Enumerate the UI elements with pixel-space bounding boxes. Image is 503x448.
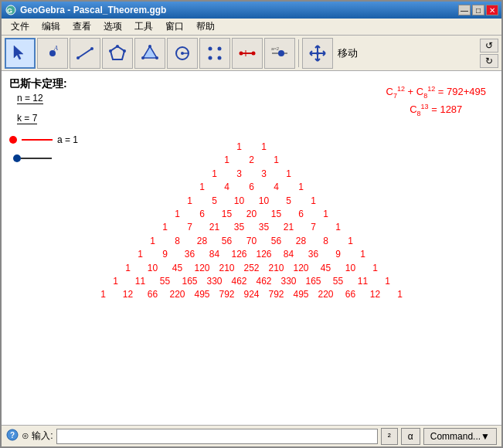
triangle-cell: 84: [202, 248, 227, 261]
triangle-cell: 66: [338, 288, 363, 301]
triangle-cell: 2: [240, 154, 264, 167]
app-icon: G: [5, 4, 17, 16]
tool-triangle[interactable]: [134, 38, 165, 69]
triangle-cell: 252: [240, 262, 264, 275]
tool-move-view[interactable]: [302, 38, 333, 69]
svg-point-9: [116, 45, 119, 48]
pascal-title: 巴斯卡定理:: [9, 77, 67, 91]
triangle-cell: 55: [326, 275, 351, 288]
triangle-cell: 1: [128, 248, 153, 261]
tool-points[interactable]: [199, 38, 230, 69]
triangle-cell: 15: [264, 208, 289, 221]
help-icon: ?: [6, 429, 19, 443]
menu-tools[interactable]: 工具: [128, 19, 159, 35]
triangle-cell: 7: [301, 221, 326, 234]
svg-point-13: [148, 45, 151, 48]
triangle-cell: 10: [338, 262, 363, 275]
redo-button[interactable]: ↻: [480, 54, 498, 68]
triangle-cell: 11: [351, 275, 376, 288]
svg-marker-12: [143, 46, 157, 58]
svg-text:a=2: a=2: [271, 46, 280, 51]
menubar: 文件 编辑 查看 选项 工具 窗口 帮助: [2, 19, 501, 36]
triangle-row: 1126622049579292479249522066121: [2, 288, 501, 301]
triangle-cell: 1: [351, 248, 376, 261]
pascal-triangle: 1112113311464115101051161520156117213535…: [2, 141, 501, 302]
tool-line[interactable]: [70, 38, 100, 69]
command-label: Command...: [430, 431, 481, 442]
triangle-cell: 10: [252, 195, 277, 208]
alpha-button[interactable]: α: [401, 428, 420, 445]
triangle-cell: 10: [227, 195, 252, 208]
triangle-cell: 1: [289, 181, 314, 194]
triangle-row: 14641: [2, 181, 501, 194]
triangle-cell: 924: [240, 288, 264, 301]
triangle-cell: 120: [289, 262, 314, 275]
superscript-button[interactable]: ²: [381, 428, 398, 445]
triangle-cell: 1: [178, 195, 202, 208]
menu-help[interactable]: 帮助: [190, 19, 221, 35]
triangle-cell: 165: [178, 275, 202, 288]
formula-line1: C712 + C812 = 792+495: [386, 85, 486, 100]
menu-options[interactable]: 选项: [97, 19, 128, 35]
triangle-cell: 4: [264, 181, 289, 194]
triangle-cell: 4: [215, 181, 240, 194]
triangle-cell: 12: [363, 288, 388, 301]
tool-polygon[interactable]: [102, 38, 133, 69]
triangle-cell: 1: [326, 221, 351, 234]
triangle-cell: 12: [116, 288, 141, 301]
triangle-cell: 9: [153, 248, 178, 261]
close-button[interactable]: ✕: [486, 5, 498, 15]
triangle-cell: 1: [376, 275, 400, 288]
canvas[interactable]: 巴斯卡定理: n = 12 k = 7 a = 1: [2, 71, 501, 425]
main-area: 巴斯卡定理: n = 12 k = 7 a = 1: [2, 71, 501, 425]
tool-slider[interactable]: a=2: [264, 38, 295, 69]
menu-view[interactable]: 查看: [66, 19, 97, 35]
triangle-cell: 1: [202, 168, 227, 181]
command-dropdown[interactable]: Command... ▼: [423, 428, 497, 445]
tool-select[interactable]: [5, 38, 36, 69]
menu-window[interactable]: 窗口: [159, 19, 190, 35]
tool-point[interactable]: A: [37, 38, 68, 69]
tool-circle[interactable]: [167, 38, 198, 69]
menu-edit[interactable]: 编辑: [36, 19, 66, 35]
triangle-cell: 20: [240, 208, 264, 221]
triangle-cell: 35: [252, 221, 277, 234]
triangle-cell: 210: [215, 262, 240, 275]
maximize-button[interactable]: □: [472, 5, 484, 15]
minimize-button[interactable]: —: [458, 5, 471, 15]
svg-point-6: [76, 56, 80, 59]
triangle-cell: 165: [301, 275, 326, 288]
k-variable: k = 7: [17, 113, 37, 124]
menu-file[interactable]: 文件: [5, 19, 36, 35]
triangle-cell: 7: [178, 221, 202, 234]
triangle-cell: 56: [264, 235, 289, 248]
triangle-cell: 5: [202, 195, 227, 208]
triangle-cell: 495: [289, 288, 314, 301]
svg-point-7: [90, 47, 93, 50]
triangle-cell: 6: [190, 208, 215, 221]
svg-point-20: [218, 46, 222, 50]
triangle-row: 121: [2, 154, 501, 167]
tool-segment[interactable]: [232, 38, 263, 69]
triangle-cell: 1: [314, 208, 338, 221]
undo-button[interactable]: ↺: [480, 39, 498, 53]
triangle-cell: 36: [301, 248, 326, 261]
triangle-cell: 1: [301, 195, 326, 208]
statusbar: ? ⊙ 输入: ² α Command... ▼: [2, 425, 501, 446]
triangle-cell: 84: [277, 248, 301, 261]
window-controls: — □ ✕: [458, 5, 498, 15]
triangle-cell: 28: [289, 235, 314, 248]
triangle-cell: 6: [240, 181, 264, 194]
triangle-cell: 6: [289, 208, 314, 221]
triangle-row: 1331: [2, 168, 501, 181]
svg-marker-2: [14, 46, 23, 59]
triangle-cell: 45: [165, 262, 190, 275]
command-input[interactable]: [56, 429, 378, 444]
triangle-cell: 1: [153, 221, 178, 234]
triangle-cell: 220: [314, 288, 338, 301]
triangle-cell: 21: [277, 221, 301, 234]
triangle-cell: 1: [104, 275, 128, 288]
triangle-cell: 462: [252, 275, 277, 288]
triangle-row: 1615201561: [2, 208, 501, 221]
triangle-cell: 792: [215, 288, 240, 301]
